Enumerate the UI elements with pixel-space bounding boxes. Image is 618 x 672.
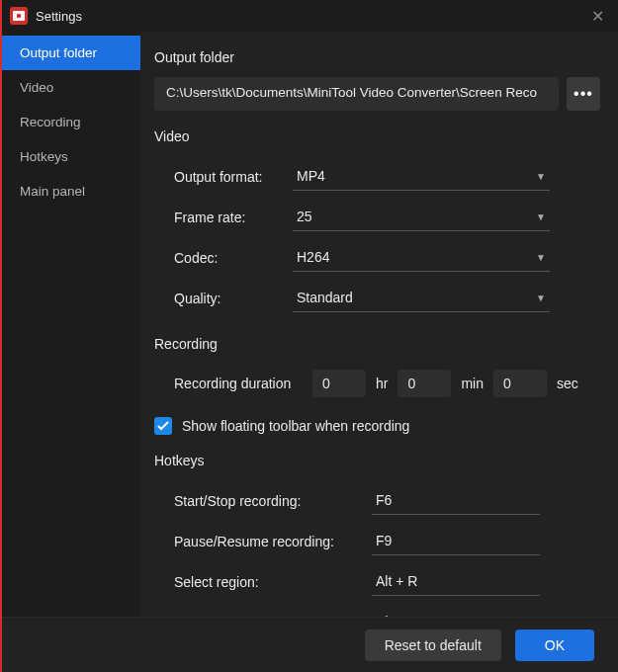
- unit-sec: sec: [557, 376, 578, 391]
- ellipsis-icon: •••: [574, 85, 593, 103]
- footer: Reset to default OK: [2, 617, 618, 672]
- body: Output folder Video Recording Hotkeys Ma…: [2, 32, 618, 617]
- section-title-hotkeys: Hotkeys: [154, 453, 600, 468]
- hotkey-label: Full screen:: [174, 615, 372, 618]
- sidebar-item-video[interactable]: Video: [2, 70, 140, 105]
- settings-window: Settings ✕ Output folder Video Recording…: [0, 0, 618, 672]
- close-icon[interactable]: ✕: [585, 7, 610, 26]
- sidebar-item-label: Hotkeys: [20, 149, 68, 164]
- frame-rate-dropdown[interactable]: 25▼: [293, 203, 550, 231]
- section-title-output-folder: Output folder: [154, 49, 600, 65]
- duration-hr-input[interactable]: [312, 370, 366, 397]
- hotkey-label: Select region:: [174, 574, 372, 590]
- field-label: Codec:: [174, 250, 293, 266]
- show-toolbar-checkbox[interactable]: [154, 417, 172, 435]
- sidebar-item-hotkeys[interactable]: Hotkeys: [2, 139, 140, 174]
- hotkey-input[interactable]: F9: [372, 527, 540, 555]
- field-label: Frame rate:: [174, 210, 293, 225]
- field-label: Output format:: [174, 169, 293, 185]
- ok-button[interactable]: OK: [515, 630, 594, 661]
- hotkey-select-region: Select region: Alt + R: [154, 561, 600, 602]
- svg-point-1: [17, 14, 21, 18]
- field-label: Quality:: [174, 291, 293, 306]
- content: Output folder C:\Users\tk\Documents\Mini…: [140, 32, 618, 617]
- window-title: Settings: [36, 9, 82, 24]
- hotkey-input[interactable]: Alt + F: [372, 608, 540, 617]
- sidebar-item-label: Output folder: [20, 45, 97, 60]
- hotkey-label: Start/Stop recording:: [174, 493, 372, 509]
- reset-button[interactable]: Reset to default: [365, 630, 501, 661]
- sidebar-item-label: Main panel: [20, 184, 85, 199]
- duration-min-input[interactable]: [397, 370, 451, 397]
- quality-dropdown[interactable]: Standard▼: [293, 284, 550, 312]
- hotkey-start-stop: Start/Stop recording: F6: [154, 480, 600, 521]
- hotkey-label: Pause/Resume recording:: [174, 534, 372, 549]
- unit-min: min: [461, 376, 484, 391]
- unit-hr: hr: [376, 376, 388, 391]
- check-icon: [157, 421, 169, 431]
- hotkey-pause-resume: Pause/Resume recording: F9: [154, 521, 600, 561]
- duration-label: Recording duration: [174, 376, 303, 391]
- sidebar-item-main-panel[interactable]: Main panel: [2, 174, 140, 209]
- recording-duration-row: Recording duration hr min sec: [154, 364, 600, 403]
- hotkey-input[interactable]: Alt + R: [372, 567, 540, 596]
- duration-sec-input[interactable]: [493, 370, 547, 397]
- field-frame-rate: Frame rate: 25▼: [154, 197, 600, 237]
- chevron-down-icon: ▼: [536, 293, 546, 303]
- sidebar-item-label: Video: [20, 80, 53, 95]
- dropdown-value: MP4: [297, 168, 325, 184]
- sidebar-item-recording[interactable]: Recording: [2, 105, 140, 139]
- show-toolbar-label: Show floating toolbar when recording: [182, 418, 409, 434]
- section-title-video: Video: [154, 128, 600, 144]
- hotkey-input[interactable]: F6: [372, 486, 540, 515]
- codec-dropdown[interactable]: H264▼: [293, 243, 550, 272]
- titlebar: Settings ✕: [2, 0, 618, 32]
- sidebar: Output folder Video Recording Hotkeys Ma…: [2, 32, 140, 617]
- dropdown-value: Standard: [297, 290, 353, 305]
- show-toolbar-row: Show floating toolbar when recording: [154, 417, 600, 435]
- dropdown-value: 25: [297, 209, 312, 224]
- sidebar-item-output-folder[interactable]: Output folder: [2, 36, 140, 70]
- output-format-dropdown[interactable]: MP4▼: [293, 162, 550, 191]
- output-path-row: C:\Users\tk\Documents\MiniTool Video Con…: [154, 77, 600, 111]
- chevron-down-icon: ▼: [536, 252, 546, 263]
- field-quality: Quality: Standard▼: [154, 278, 600, 318]
- hotkey-full-screen: Full screen: Alt + F: [154, 602, 600, 617]
- field-codec: Codec: H264▼: [154, 237, 600, 278]
- dropdown-value: H264: [297, 249, 329, 265]
- sidebar-item-label: Recording: [20, 115, 81, 129]
- chevron-down-icon: ▼: [536, 171, 546, 182]
- section-title-recording: Recording: [154, 336, 600, 352]
- browse-button[interactable]: •••: [567, 77, 600, 111]
- chevron-down-icon: ▼: [536, 211, 546, 222]
- app-icon: [10, 7, 28, 25]
- field-output-format: Output format: MP4▼: [154, 156, 600, 197]
- output-path-input[interactable]: C:\Users\tk\Documents\MiniTool Video Con…: [154, 77, 559, 111]
